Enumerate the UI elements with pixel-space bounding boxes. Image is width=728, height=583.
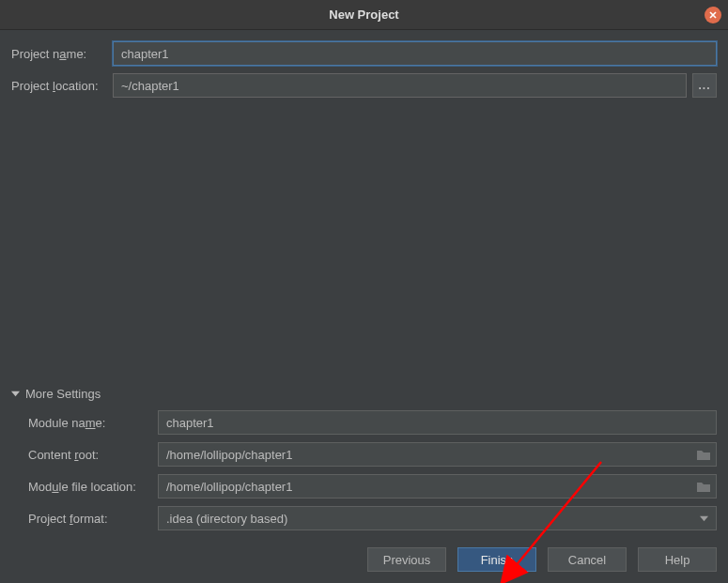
finish-button[interactable]: Finish — [457, 547, 536, 572]
project-format-row: Project format: .idea (directory based) — [11, 506, 717, 530]
more-settings-toggle[interactable]: More Settings — [11, 387, 717, 401]
dialog-buttons: Previous Finish Cancel Help — [367, 547, 717, 572]
titlebar: New Project — [0, 0, 728, 30]
svg-marker-2 — [11, 391, 20, 396]
svg-marker-3 — [700, 515, 708, 520]
project-name-label: Project name: — [11, 47, 113, 61]
browse-location-button[interactable]: ... — [692, 73, 717, 98]
content-root-label: Content root: — [28, 448, 158, 462]
module-name-label: Module name: — [28, 416, 158, 430]
module-name-row: Module name: — [11, 410, 717, 435]
project-format-value: .idea (directory based) — [166, 512, 287, 526]
dialog-content: Project name: Project location: ... More… — [0, 30, 728, 583]
module-file-label: Module file location: — [28, 480, 158, 494]
project-location-input[interactable] — [113, 73, 687, 98]
module-name-input[interactable] — [158, 410, 717, 435]
close-button[interactable] — [705, 7, 721, 23]
content-root-row: Content root: — [11, 442, 717, 467]
chevron-down-icon — [11, 390, 20, 398]
module-file-row: Module file location: — [11, 474, 717, 499]
project-format-label: Project format: — [28, 512, 158, 526]
project-name-row: Project name: — [11, 41, 717, 66]
project-location-row: Project location: ... — [11, 73, 717, 98]
cancel-button[interactable]: Cancel — [548, 547, 627, 572]
chevron-down-icon — [700, 514, 708, 523]
content-root-input[interactable] — [158, 442, 717, 467]
project-format-select[interactable]: .idea (directory based) — [158, 506, 717, 530]
window-title: New Project — [329, 8, 398, 22]
project-name-input[interactable] — [113, 41, 717, 66]
previous-button[interactable]: Previous — [367, 547, 446, 572]
help-button[interactable]: Help — [638, 547, 717, 572]
module-file-input[interactable] — [158, 474, 717, 499]
more-settings-section: More Settings Module name: Content root:… — [11, 387, 717, 538]
close-icon — [708, 10, 718, 20]
project-location-label: Project location: — [11, 79, 113, 93]
more-settings-label: More Settings — [25, 387, 101, 401]
